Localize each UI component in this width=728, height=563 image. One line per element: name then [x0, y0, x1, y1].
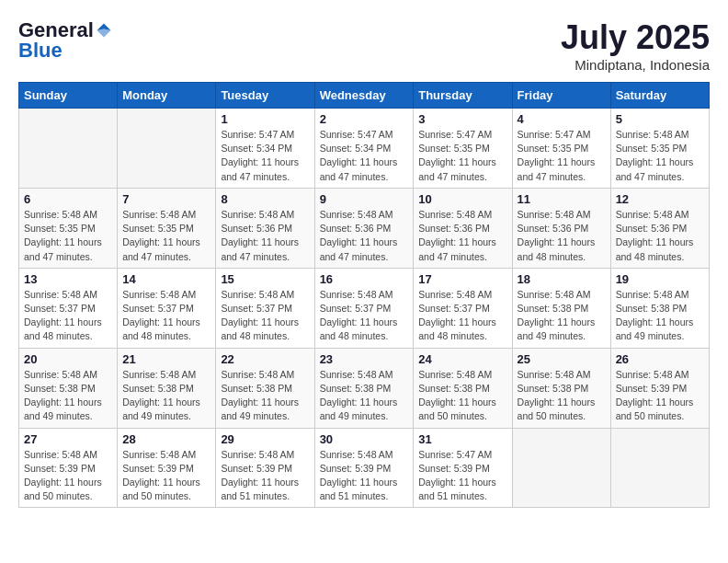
day-info: Sunrise: 5:48 AM Sunset: 5:37 PM Dayligh…: [320, 288, 409, 344]
day-header: Friday: [512, 83, 610, 109]
calendar-cell: 14Sunrise: 5:48 AM Sunset: 5:37 PM Dayli…: [118, 268, 216, 348]
day-info: Sunrise: 5:48 AM Sunset: 5:38 PM Dayligh…: [418, 368, 506, 424]
day-number: 23: [320, 352, 409, 366]
calendar-cell: [19, 109, 118, 189]
day-info: Sunrise: 5:48 AM Sunset: 5:38 PM Dayligh…: [221, 368, 309, 424]
day-number: 9: [320, 192, 409, 206]
day-number: 28: [122, 432, 210, 446]
calendar-cell: 4Sunrise: 5:47 AM Sunset: 5:35 PM Daylig…: [512, 109, 610, 189]
calendar-cell: 19Sunrise: 5:48 AM Sunset: 5:38 PM Dayli…: [610, 268, 709, 348]
day-number: 24: [418, 352, 506, 366]
day-number: 11: [518, 192, 606, 206]
logo-icon: [96, 22, 112, 39]
calendar-cell: 28Sunrise: 5:48 AM Sunset: 5:39 PM Dayli…: [118, 428, 216, 508]
calendar-cell: 31Sunrise: 5:47 AM Sunset: 5:39 PM Dayli…: [414, 428, 512, 508]
calendar-cell: 16Sunrise: 5:48 AM Sunset: 5:37 PM Dayli…: [314, 268, 414, 348]
location-subtitle: Mindiptana, Indonesia: [561, 57, 710, 73]
day-info: Sunrise: 5:48 AM Sunset: 5:36 PM Dayligh…: [518, 208, 606, 264]
calendar-cell: 11Sunrise: 5:48 AM Sunset: 5:36 PM Dayli…: [512, 188, 610, 268]
calendar-cell: 21Sunrise: 5:48 AM Sunset: 5:38 PM Dayli…: [118, 348, 216, 428]
day-header: Wednesday: [314, 83, 414, 109]
day-number: 30: [320, 432, 409, 446]
calendar-cell: 22Sunrise: 5:48 AM Sunset: 5:38 PM Dayli…: [216, 348, 314, 428]
calendar-week-row: 1Sunrise: 5:47 AM Sunset: 5:34 PM Daylig…: [19, 109, 710, 189]
day-info: Sunrise: 5:47 AM Sunset: 5:35 PM Dayligh…: [418, 128, 506, 184]
calendar-cell: 9Sunrise: 5:48 AM Sunset: 5:36 PM Daylig…: [314, 188, 414, 268]
day-number: 2: [320, 112, 409, 126]
logo-blue-text: Blue: [18, 39, 63, 63]
day-number: 18: [518, 272, 606, 286]
calendar-cell: 12Sunrise: 5:48 AM Sunset: 5:36 PM Dayli…: [610, 188, 709, 268]
svg-marker-1: [97, 29, 110, 38]
calendar-table: SundayMondayTuesdayWednesdayThursdayFrid…: [18, 82, 710, 508]
day-info: Sunrise: 5:48 AM Sunset: 5:36 PM Dayligh…: [418, 208, 506, 264]
day-info: Sunrise: 5:48 AM Sunset: 5:38 PM Dayligh…: [320, 368, 409, 424]
day-number: 14: [122, 272, 210, 286]
day-info: Sunrise: 5:48 AM Sunset: 5:36 PM Dayligh…: [221, 208, 309, 264]
calendar-cell: 2Sunrise: 5:47 AM Sunset: 5:34 PM Daylig…: [314, 109, 414, 189]
calendar-cell: 30Sunrise: 5:48 AM Sunset: 5:39 PM Dayli…: [314, 428, 414, 508]
day-info: Sunrise: 5:48 AM Sunset: 5:39 PM Dayligh…: [320, 448, 409, 504]
day-info: Sunrise: 5:48 AM Sunset: 5:37 PM Dayligh…: [24, 288, 112, 344]
day-info: Sunrise: 5:48 AM Sunset: 5:39 PM Dayligh…: [122, 448, 210, 504]
day-info: Sunrise: 5:48 AM Sunset: 5:38 PM Dayligh…: [122, 368, 210, 424]
day-info: Sunrise: 5:48 AM Sunset: 5:38 PM Dayligh…: [616, 288, 704, 344]
calendar-cell: 7Sunrise: 5:48 AM Sunset: 5:35 PM Daylig…: [118, 188, 216, 268]
logo: General Blue: [18, 18, 112, 63]
day-number: 1: [221, 112, 309, 126]
day-info: Sunrise: 5:48 AM Sunset: 5:37 PM Dayligh…: [418, 288, 506, 344]
day-info: Sunrise: 5:48 AM Sunset: 5:36 PM Dayligh…: [320, 208, 409, 264]
day-number: 20: [24, 352, 112, 366]
calendar-cell: 8Sunrise: 5:48 AM Sunset: 5:36 PM Daylig…: [216, 188, 314, 268]
day-number: 12: [616, 192, 704, 206]
day-info: Sunrise: 5:48 AM Sunset: 5:39 PM Dayligh…: [221, 448, 309, 504]
day-info: Sunrise: 5:48 AM Sunset: 5:35 PM Dayligh…: [616, 128, 704, 184]
day-header: Tuesday: [216, 83, 314, 109]
day-number: 10: [418, 192, 506, 206]
calendar-cell: 3Sunrise: 5:47 AM Sunset: 5:35 PM Daylig…: [414, 109, 512, 189]
calendar-cell: 17Sunrise: 5:48 AM Sunset: 5:37 PM Dayli…: [414, 268, 512, 348]
calendar-cell: [610, 428, 709, 508]
day-header: Sunday: [19, 83, 118, 109]
day-number: 19: [616, 272, 704, 286]
calendar-cell: [512, 428, 610, 508]
calendar-week-row: 27Sunrise: 5:48 AM Sunset: 5:39 PM Dayli…: [19, 428, 710, 508]
calendar-cell: 10Sunrise: 5:48 AM Sunset: 5:36 PM Dayli…: [414, 188, 512, 268]
calendar-cell: 25Sunrise: 5:48 AM Sunset: 5:38 PM Dayli…: [512, 348, 610, 428]
day-header: Saturday: [610, 83, 709, 109]
day-info: Sunrise: 5:48 AM Sunset: 5:39 PM Dayligh…: [24, 448, 112, 504]
day-info: Sunrise: 5:48 AM Sunset: 5:38 PM Dayligh…: [518, 368, 606, 424]
day-info: Sunrise: 5:48 AM Sunset: 5:36 PM Dayligh…: [616, 208, 704, 264]
day-info: Sunrise: 5:47 AM Sunset: 5:39 PM Dayligh…: [418, 448, 506, 504]
day-number: 21: [122, 352, 210, 366]
day-number: 4: [518, 112, 606, 126]
calendar-cell: 1Sunrise: 5:47 AM Sunset: 5:34 PM Daylig…: [216, 109, 314, 189]
calendar-week-row: 6Sunrise: 5:48 AM Sunset: 5:35 PM Daylig…: [19, 188, 710, 268]
day-number: 17: [418, 272, 506, 286]
day-info: Sunrise: 5:48 AM Sunset: 5:35 PM Dayligh…: [122, 208, 210, 264]
calendar-cell: 29Sunrise: 5:48 AM Sunset: 5:39 PM Dayli…: [216, 428, 314, 508]
calendar-cell: 20Sunrise: 5:48 AM Sunset: 5:38 PM Dayli…: [19, 348, 118, 428]
calendar-cell: 18Sunrise: 5:48 AM Sunset: 5:38 PM Dayli…: [512, 268, 610, 348]
day-number: 7: [122, 192, 210, 206]
day-number: 25: [518, 352, 606, 366]
title-block: July 2025 Mindiptana, Indonesia: [561, 18, 710, 73]
day-number: 5: [616, 112, 704, 126]
day-info: Sunrise: 5:48 AM Sunset: 5:38 PM Dayligh…: [518, 288, 606, 344]
day-number: 26: [616, 352, 704, 366]
calendar-cell: 6Sunrise: 5:48 AM Sunset: 5:35 PM Daylig…: [19, 188, 118, 268]
calendar-cell: 5Sunrise: 5:48 AM Sunset: 5:35 PM Daylig…: [610, 109, 709, 189]
day-info: Sunrise: 5:48 AM Sunset: 5:38 PM Dayligh…: [24, 368, 112, 424]
calendar-cell: [118, 109, 216, 189]
day-number: 15: [221, 272, 309, 286]
day-number: 13: [24, 272, 112, 286]
day-number: 22: [221, 352, 309, 366]
day-number: 27: [24, 432, 112, 446]
page-header: General Blue July 2025 Mindiptana, Indon…: [18, 18, 710, 73]
calendar-cell: 15Sunrise: 5:48 AM Sunset: 5:37 PM Dayli…: [216, 268, 314, 348]
day-info: Sunrise: 5:48 AM Sunset: 5:37 PM Dayligh…: [221, 288, 309, 344]
day-number: 8: [221, 192, 309, 206]
day-number: 3: [418, 112, 506, 126]
calendar-week-row: 20Sunrise: 5:48 AM Sunset: 5:38 PM Dayli…: [19, 348, 710, 428]
calendar-cell: 13Sunrise: 5:48 AM Sunset: 5:37 PM Dayli…: [19, 268, 118, 348]
